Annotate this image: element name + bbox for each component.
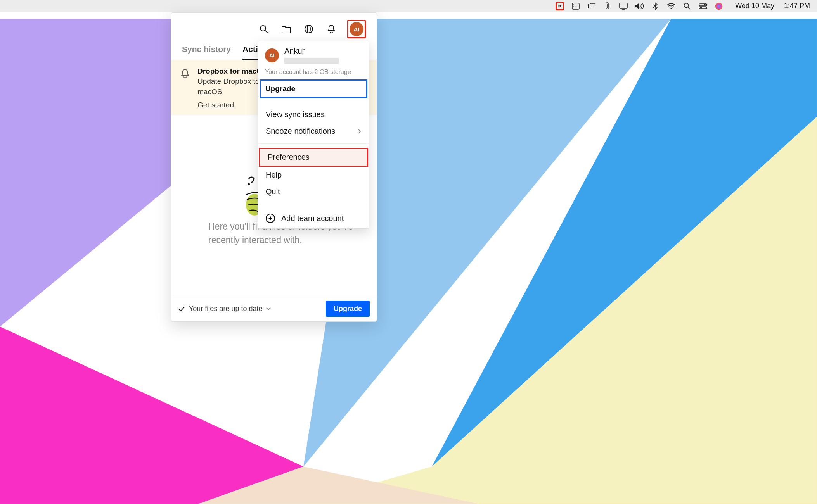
menu-divider xyxy=(258,102,369,102)
svg-point-11 xyxy=(573,4,574,5)
menu-help[interactable]: Help xyxy=(258,167,369,183)
menubar-date[interactable]: Wed 10 May xyxy=(735,2,774,10)
svg-rect-19 xyxy=(620,3,627,8)
menu-storage-text: Your account has 2 GB storage xyxy=(258,66,369,79)
menu-quit[interactable]: Quit xyxy=(258,183,369,200)
chevron-right-icon xyxy=(358,129,361,134)
menu-view-sync-issues[interactable]: View sync issues xyxy=(258,106,369,123)
panel-footer: Your files are up to date Upgrade xyxy=(171,296,377,321)
svg-rect-17 xyxy=(588,4,589,8)
menu-preferences[interactable]: Preferences xyxy=(259,148,368,167)
sync-status[interactable]: Your files are up to date xyxy=(178,305,271,313)
layout-icon[interactable] xyxy=(587,2,596,10)
dropbox-menubar-icon[interactable]: 1 xyxy=(556,2,564,10)
svg-line-31 xyxy=(265,30,268,33)
svg-rect-18 xyxy=(590,3,595,9)
menu-add-team-account[interactable]: + Add team account xyxy=(258,208,369,228)
menu-header: AI Ankur xyxy=(258,41,369,66)
desktop-wallpaper xyxy=(0,0,817,504)
svg-point-22 xyxy=(684,3,689,7)
svg-point-13 xyxy=(576,4,576,5)
search-icon[interactable] xyxy=(257,22,270,36)
globe-icon[interactable] xyxy=(302,22,315,36)
svg-point-12 xyxy=(575,4,575,5)
sync-status-text: Your files are up to date xyxy=(189,305,262,313)
upgrade-button[interactable]: Upgrade xyxy=(326,301,370,317)
menubar-time[interactable]: 1:47 PM xyxy=(784,2,810,10)
plus-circle-icon: + xyxy=(266,214,275,223)
control-center-icon[interactable] xyxy=(699,2,707,10)
menu-avatar: AI xyxy=(265,48,279,62)
menu-divider xyxy=(258,204,369,204)
volume-icon[interactable] xyxy=(635,2,644,10)
macos-menubar: 1 Wed 10 May xyxy=(0,0,817,12)
bell-icon[interactable] xyxy=(325,22,338,36)
svg-point-15 xyxy=(575,6,575,7)
tab-sync-history[interactable]: Sync history xyxy=(182,45,231,60)
folder-icon[interactable] xyxy=(280,22,293,36)
panel-toolbar: AI xyxy=(171,13,377,41)
svg-point-16 xyxy=(576,6,576,7)
check-icon xyxy=(178,306,185,312)
chevron-down-icon xyxy=(266,307,271,311)
menu-upgrade-link[interactable]: Upgrade xyxy=(260,79,367,98)
menu-user-email-redacted xyxy=(284,58,339,64)
stage-manager-icon[interactable] xyxy=(571,2,580,10)
account-menu: AI Ankur Your account has 2 GB storage U… xyxy=(258,41,369,229)
spotlight-icon[interactable] xyxy=(683,2,691,10)
avatar-button[interactable]: AI xyxy=(347,20,366,38)
menu-user-name: Ankur xyxy=(284,47,339,55)
avatar-initials: AI xyxy=(350,22,363,36)
menu-snooze-notifications[interactable]: Snooze notifications xyxy=(258,123,369,140)
svg-rect-10 xyxy=(572,3,579,9)
paperclip-icon[interactable] xyxy=(603,2,612,10)
notice-get-started-link[interactable]: Get started xyxy=(197,101,234,109)
bluetooth-icon[interactable] xyxy=(651,2,659,10)
svg-point-30 xyxy=(260,26,266,31)
svg-point-14 xyxy=(573,6,574,7)
svg-point-21 xyxy=(671,8,672,9)
svg-point-36 xyxy=(248,183,250,185)
svg-line-23 xyxy=(688,7,690,9)
svg-point-29 xyxy=(715,3,722,10)
menu-divider xyxy=(258,143,369,144)
display-icon[interactable] xyxy=(619,2,628,10)
svg-point-27 xyxy=(700,7,702,8)
svg-point-25 xyxy=(704,4,706,5)
wifi-icon[interactable] xyxy=(667,2,675,10)
siri-icon[interactable] xyxy=(715,2,723,10)
notice-bell-icon xyxy=(180,69,190,79)
